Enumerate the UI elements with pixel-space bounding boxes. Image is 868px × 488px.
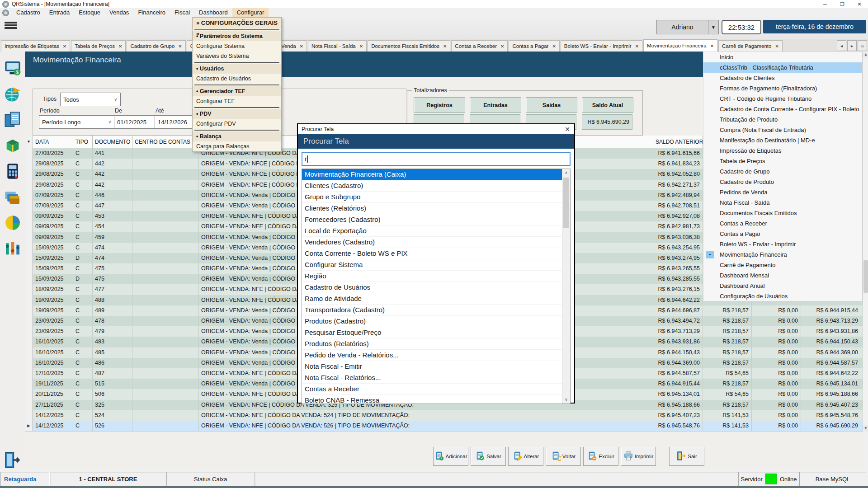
imprimir-button[interactable]: Imprimir (621, 447, 656, 466)
sair-button[interactable]: Sair (669, 447, 704, 466)
tab-close-icon[interactable]: ✕ (178, 44, 182, 49)
row-selector[interactable] (25, 253, 33, 263)
row-selector[interactable] (25, 148, 33, 159)
maximize-button[interactable]: ❐ (834, 0, 851, 8)
menubar-item-dashboard[interactable]: Dashboard (194, 8, 232, 17)
row-selector[interactable]: ▶ (25, 421, 33, 431)
de-date-input[interactable]: 01/12/2025 (114, 115, 156, 129)
row-selector[interactable] (25, 295, 33, 305)
totalizer-saidas-button[interactable]: Saídas (526, 97, 577, 113)
sidebar-item-documentos-fiscais-emitidos[interactable]: Documentos Fiscais Emitidos (703, 208, 862, 218)
row-selector[interactable] (25, 201, 33, 211)
menubar-item-fiscal[interactable]: Fiscal (170, 8, 194, 17)
excluir-button[interactable]: Excluir (583, 447, 618, 466)
row-selector[interactable] (25, 169, 33, 179)
dialog-result-regi-o[interactable]: Região (302, 271, 562, 282)
tab-carn-de-pagamento[interactable]: Carnê de Pagamento✕ (718, 40, 783, 52)
row-selector[interactable] (25, 190, 33, 201)
dialog-close-icon[interactable]: ✕ (561, 126, 574, 133)
configurar-menu-item-carga-para-balan-as[interactable]: Carga para Balanças (193, 141, 281, 151)
tab-close-icon[interactable]: ✕ (710, 43, 714, 48)
dialog-result-local-de-exporta-o[interactable]: Local de Exportação (302, 225, 562, 237)
dialog-result-clientes-cadastro-[interactable]: Clientes (Cadastro) (302, 180, 562, 192)
tab-close-icon[interactable]: ✕ (300, 44, 303, 49)
row-selector[interactable] (25, 232, 33, 243)
sidebar-item-tributa-o-de-produto[interactable]: Tributação de Produto (703, 114, 862, 125)
row-selector[interactable] (25, 274, 33, 284)
dialog-scrollbar[interactable]: ∧ ∨ (562, 169, 570, 404)
configurar-menu-item-cadastro-de-usu-rios[interactable]: Cadastro de Usuários (193, 74, 281, 84)
row-selector[interactable] (25, 180, 33, 190)
documents-icon[interactable] (4, 111, 22, 129)
sidebar-item-dashboard-mensal[interactable]: Dashboard Mensal (703, 270, 862, 281)
row-selector[interactable] (25, 358, 33, 368)
dialog-result-nota-fiscal-relat-rios-[interactable]: Nota Fiscal - Relatórios... (302, 372, 562, 384)
column-header-DOCUMENTO[interactable]: DOCUMENTO (93, 136, 132, 148)
tab-list-icon[interactable]: ≡ (858, 40, 867, 51)
ate-date-input[interactable]: 14/12/2026 (155, 115, 197, 129)
sidebar-item-impress-o-de-etiquetas[interactable]: Impressão de Etiquetas (703, 145, 862, 156)
tab-scroll-left-icon[interactable]: ◂ (837, 40, 846, 51)
sidebar-item-cadastro-de-grupo[interactable]: Cadastro de Grupo (703, 166, 862, 177)
pie-chart-icon[interactable] (4, 214, 22, 232)
dialog-result-nota-fiscal-emitir[interactable]: Nota Fiscal - Emitir (302, 361, 562, 372)
menubar-item-configurar[interactable]: Configurar (232, 8, 269, 17)
row-selector[interactable] (25, 379, 33, 389)
column-header-DATA[interactable]: DATA (33, 136, 73, 148)
dialog-result-ramo-de-atividade[interactable]: Ramo de Atividade (302, 293, 562, 305)
dialog-result-conta-corrente-boleto-ws-e-pix[interactable]: Conta Corrente - Boleto WS e PIX (302, 248, 562, 259)
equalizer-icon[interactable] (4, 239, 22, 258)
menubar-item-entrada[interactable]: Entrada (45, 8, 75, 17)
row-selector[interactable] (25, 221, 33, 232)
table-row[interactable]: 14/12/2025C524ORIGEM - VENDA: NFE | CÓDI… (25, 410, 863, 421)
row-selector[interactable] (25, 211, 33, 221)
row-selector[interactable] (25, 326, 33, 337)
totalizer-registros-button[interactable]: Registros (414, 97, 465, 113)
tab-close-icon[interactable]: ✕ (118, 44, 122, 49)
tab-contas-a-receber[interactable]: Contas a Receber✕ (451, 40, 508, 52)
dialog-result-pedido-de-venda-relat-rios-[interactable]: Pedido de Venda - Relatórios... (302, 350, 562, 361)
scroll-down-icon[interactable]: ▼ (863, 425, 868, 432)
row-selector[interactable] (25, 337, 33, 347)
dialog-result-pesquisar-estoque-pre-o[interactable]: Pesquisar Estoque/Preço (302, 327, 562, 338)
salvar-button[interactable]: Salvar (471, 447, 506, 466)
sidebar-item-carn-de-pagamento[interactable]: Carnê de Pagamento (703, 260, 862, 270)
sidebar-item-formas-de-pagamento-finalizadora-[interactable]: Formas de Pagamento (Finalizadora) (703, 83, 862, 94)
sidebar-item-movimenta-o-financeira[interactable]: Movimentação Financeira• (703, 249, 862, 260)
dialog-result-produtos-cadastro-[interactable]: Produtos (Cadastro) (302, 316, 562, 327)
dialog-result-clientes-relat-rios-[interactable]: Clientes (Relatórios) (302, 203, 562, 214)
dialog-result-contas-a-receber[interactable]: Contas a Receber (302, 384, 562, 395)
row-selector[interactable] (25, 400, 33, 410)
user-select[interactable]: Adriano ▼ (656, 20, 719, 34)
menubar-item-estoque[interactable]: Estoque (74, 8, 105, 17)
menubar-item-cadastro[interactable]: Cadastro (12, 8, 45, 17)
register-icon[interactable]: $ (4, 59, 22, 77)
sidebar-item-crt-c-digo-de-regime-tribut-rio[interactable]: CRT - Código de Regime Tributário (703, 94, 862, 104)
row-selector[interactable] (25, 305, 33, 316)
row-selector[interactable] (25, 347, 33, 358)
scrollbar-thumb[interactable] (563, 178, 569, 228)
configurar-menu-item-configurar-pdv[interactable]: Configurar PDV (193, 119, 281, 129)
tab-close-icon[interactable]: ✕ (552, 44, 556, 49)
folders-icon[interactable] (4, 188, 22, 206)
row-selector[interactable] (25, 316, 33, 326)
close-button[interactable]: ✕ (851, 0, 868, 8)
sidebar-item-pedidos-de-venda[interactable]: Pedidos de Venda (703, 187, 862, 197)
dialog-result-fornecedores-cadastro-[interactable]: Fornecedores (Cadastro) (302, 214, 562, 225)
sidebar-item-compra-nota-fiscal-de-entrada-[interactable]: Compra (Nota Fiscal de Entrada) (703, 125, 862, 135)
tab-close-icon[interactable]: ✕ (443, 44, 447, 49)
table-row[interactable]: ▶14/12/2025C526ORIGEM - VENDA: NFE | CÓD… (25, 421, 863, 431)
column-header-CENTRO DE CONTAS[interactable]: CENTRO DE CONTAS (132, 136, 199, 148)
row-selector[interactable] (25, 410, 33, 421)
tab-close-icon[interactable]: ✕ (500, 44, 504, 49)
sidebar-item-boleto-ws-enviar-imprimir[interactable]: Boleto WS - Enviar - Imprimir (703, 239, 862, 249)
minimize-button[interactable]: ─ (816, 0, 834, 8)
tab-contas-a-pagar[interactable]: Contas a Pagar✕ (509, 40, 559, 52)
row-selector[interactable] (25, 263, 33, 274)
sidebar-item-tabela-de-pre-os[interactable]: Tabela de Preços (703, 156, 862, 166)
periodo-select[interactable]: Período Longo˅ (39, 115, 115, 129)
box-icon[interactable] (4, 136, 22, 155)
sidebar-item-contas-a-pagar[interactable]: Contas a Pagar (703, 229, 862, 239)
totalizer-saldo-atual-button[interactable]: Saldo Atual (582, 97, 633, 113)
row-selector[interactable] (25, 389, 33, 399)
